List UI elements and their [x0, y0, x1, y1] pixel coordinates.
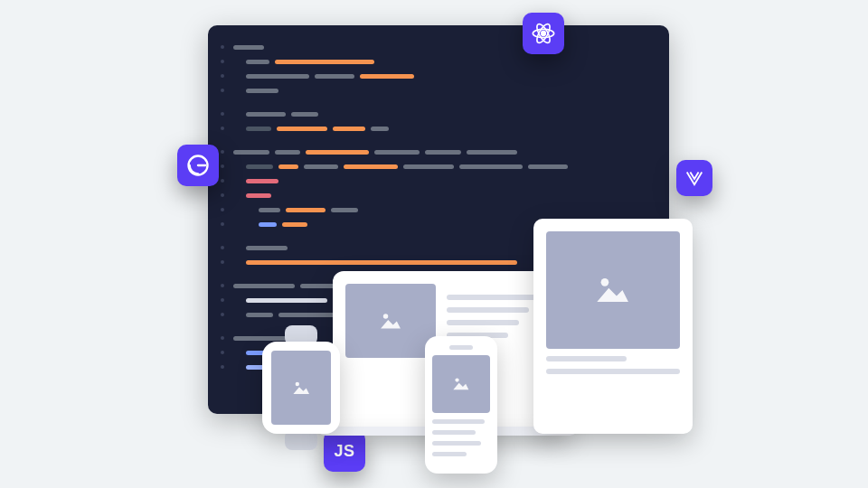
- image-placeholder-icon: [432, 355, 490, 413]
- watch-device: [262, 342, 340, 434]
- tablet-device: [533, 219, 693, 434]
- svg-point-0: [542, 32, 546, 36]
- react-icon: [523, 13, 564, 54]
- image-placeholder-icon: [546, 231, 680, 349]
- svg-point-6: [601, 278, 609, 286]
- javascript-icon: JS: [324, 430, 365, 472]
- gatsby-icon: [177, 145, 219, 186]
- hero-illustration: JS: [127, 18, 741, 470]
- js-label: JS: [334, 442, 354, 461]
- svg-point-8: [295, 381, 298, 385]
- phone-device: [425, 336, 497, 474]
- svg-point-5: [383, 314, 388, 318]
- phone-notch: [449, 345, 473, 350]
- vue-icon: [676, 160, 712, 196]
- svg-point-7: [456, 379, 459, 382]
- image-placeholder-icon: [271, 351, 331, 425]
- image-placeholder-icon: [345, 284, 436, 358]
